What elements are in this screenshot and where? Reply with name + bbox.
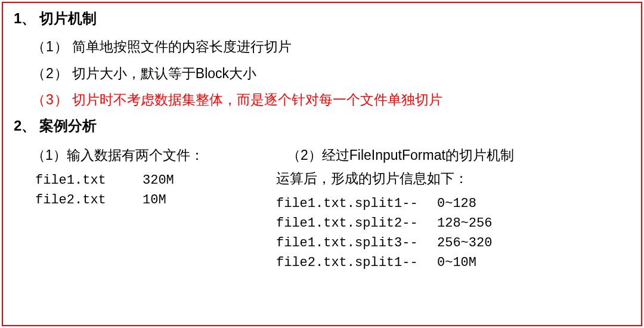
point-text: 切片大小，默认等于Block大小: [72, 66, 256, 81]
split-range: 256~320: [437, 233, 492, 253]
section-2-title: 案例分析: [39, 116, 97, 135]
input-files-label: （1）输入数据有两个文件：: [32, 144, 276, 167]
split-range: 0~10M: [437, 253, 476, 273]
section-1-title: 切片机制: [39, 9, 97, 28]
section-2-columns: （1）输入数据有两个文件： file1.txt 320M file2.txt 1…: [32, 144, 630, 273]
split-name: file1.txt.split3--: [276, 233, 437, 253]
section-1-point-2: （2）切片大小，默认等于Block大小: [32, 63, 630, 84]
section-1-heading: 1、 切片机制: [14, 9, 630, 28]
label-text: 输入数据有两个文件：: [67, 147, 204, 163]
split-row: file2.txt.split1-- 0~10M: [276, 253, 630, 273]
section-1-point-1: （1）简单地按照文件的内容长度进行切片: [32, 36, 630, 57]
document-frame: 1、 切片机制 （1）简单地按照文件的内容长度进行切片 （2）切片大小，默认等于…: [2, 2, 642, 326]
splits-label-line2: 运算后，形成的切片信息如下：: [276, 167, 630, 190]
file-size: 320M: [143, 171, 174, 190]
file-name: file2.txt: [35, 190, 143, 210]
section-2-number: 2、: [14, 116, 36, 135]
split-row: file1.txt.split2-- 128~256: [276, 213, 630, 233]
file-size: 10M: [143, 190, 166, 210]
section-2-heading: 2、 案例分析: [14, 116, 630, 135]
input-files-list: file1.txt 320M file2.txt 10M: [35, 171, 276, 210]
file-row: file2.txt 10M: [35, 190, 276, 210]
splits-list: file1.txt.split1-- 0~128 file1.txt.split…: [276, 194, 630, 273]
point-text: 切片时不考虑数据集整体，而是逐个针对每一个文件单独切片: [72, 92, 442, 107]
file-row: file1.txt 320M: [35, 171, 276, 190]
label-number: （2）: [287, 147, 322, 163]
section-1-number: 1、: [14, 9, 36, 28]
splits-column: （2）经过FileInputFormat的切片机制 运算后，形成的切片信息如下：…: [276, 144, 630, 273]
point-text: 简单地按照文件的内容长度进行切片: [72, 39, 292, 54]
point-number: （1）: [32, 39, 69, 54]
file-name: file1.txt: [35, 171, 143, 190]
split-range: 0~128: [437, 194, 476, 213]
section-1-point-3: （3）切片时不考虑数据集整体，而是逐个针对每一个文件单独切片: [32, 89, 630, 110]
split-row: file1.txt.split3-- 256~320: [276, 233, 630, 253]
split-name: file1.txt.split2--: [276, 213, 437, 233]
splits-label: （2）经过FileInputFormat的切片机制: [276, 144, 630, 167]
point-number: （3）: [32, 92, 69, 107]
split-row: file1.txt.split1-- 0~128: [276, 194, 630, 213]
point-number: （2）: [32, 66, 69, 81]
input-files-column: （1）输入数据有两个文件： file1.txt 320M file2.txt 1…: [32, 144, 276, 273]
split-range: 128~256: [437, 213, 492, 233]
split-name: file2.txt.split1--: [276, 253, 437, 273]
split-name: file1.txt.split1--: [276, 194, 437, 213]
label-number: （1）: [32, 147, 67, 163]
label-line1: 经过FileInputFormat的切片机制: [322, 147, 514, 163]
